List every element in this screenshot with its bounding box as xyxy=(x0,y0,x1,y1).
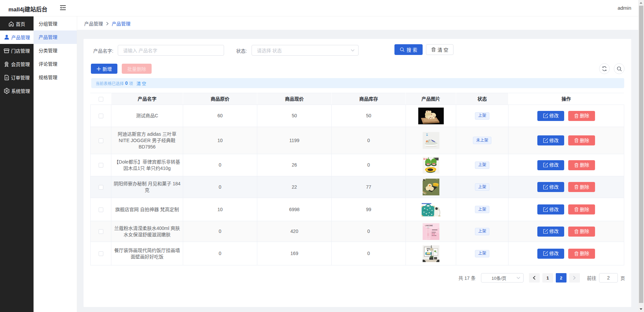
svg-text:好好: 好好 xyxy=(426,248,430,250)
svg-text:LANCOME: LANCOME xyxy=(425,225,433,227)
